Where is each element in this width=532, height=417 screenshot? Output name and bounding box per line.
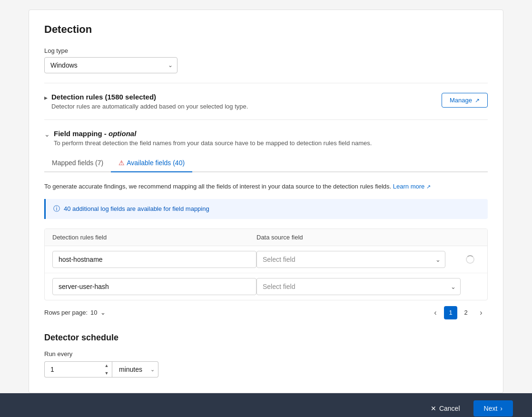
detector-schedule-title: Detector schedule [44, 333, 488, 343]
detection-rules-section: ▸ Detection rules (1580 selected) Detect… [44, 93, 488, 110]
detection-field-cell [52, 251, 256, 268]
detection-rules-subtitle: Detector rules are automatically added b… [51, 103, 248, 110]
field-mapping-info-text: To generate accurate findings, we recomm… [44, 182, 488, 191]
detection-field-input-1[interactable] [52, 251, 256, 268]
pagination-controls: ‹ 1 2 › [429, 306, 488, 319]
spinner-down[interactable]: ▼ [101, 369, 112, 377]
pagination-page-2[interactable]: 2 [459, 306, 473, 319]
learn-more-link[interactable]: Learn more ↗ [393, 183, 431, 190]
divider-2 [44, 119, 488, 120]
mapping-table: Detection rules field Data source field … [44, 228, 488, 300]
data-source-select-input-1[interactable]: Select field [256, 251, 445, 268]
external-link-icon: ↗ [475, 97, 480, 104]
detection-rules-expand-icon[interactable]: ▸ [44, 94, 48, 101]
data-source-cell-2: Select field ⌄ [256, 278, 461, 295]
actions-header [461, 234, 480, 241]
page-title: Detection [44, 23, 488, 36]
rows-per-page-chevron: ⌄ [100, 309, 106, 316]
mapping-header-row: Detection rules field Data source field [45, 229, 487, 246]
field-mapping-subtitle: To perform threat detection the field na… [54, 139, 488, 147]
pagination-row: Rows per page: 10 ⌄ ‹ 1 2 › [44, 306, 488, 319]
rows-per-page[interactable]: Rows per page: 10 ⌄ [44, 309, 106, 316]
field-mapping-title: Field mapping - optional [54, 129, 488, 138]
run-every-input[interactable] [44, 361, 101, 377]
field-mapping-expand-icon[interactable]: ⌄ [44, 130, 50, 138]
detection-rules-title: Detection rules (1580 selected) [51, 93, 248, 101]
divider-1 [44, 83, 488, 83]
pagination-page-1[interactable]: 1 [444, 306, 457, 319]
tabs-row: Mapped fields (7) ⚠Available fields (40) [44, 154, 488, 172]
detection-field-cell-2 [52, 278, 256, 295]
warning-icon: ⚠ [118, 159, 125, 167]
next-chevron-icon: › [500, 405, 502, 412]
log-type-select-wrapper: Windows ⌄ [44, 57, 177, 73]
field-mapping-section: ⌄ Field mapping - optional To perform th… [44, 129, 488, 319]
pagination-prev[interactable]: ‹ [429, 306, 442, 319]
unit-select-wrapper: minutes hours days ⌄ [112, 361, 158, 377]
log-type-label: Log type [44, 47, 488, 54]
unit-select[interactable]: minutes hours days [112, 361, 158, 377]
run-every-number-wrapper: ▲ ▼ [44, 361, 112, 377]
log-type-select[interactable]: Windows [44, 57, 177, 73]
external-link-icon-2: ↗ [426, 184, 431, 189]
data-source-select-input-2[interactable]: Select field [256, 278, 461, 295]
detection-rules-field-header: Detection rules field [52, 234, 256, 241]
run-every-row: ▲ ▼ minutes hours days ⌄ [44, 361, 488, 377]
tab-mapped[interactable]: Mapped fields (7) [44, 154, 111, 172]
table-row: Select field ⌄ [45, 273, 487, 300]
data-source-cell-1: Select field ⌄ [256, 251, 461, 268]
cancel-button[interactable]: ✕ Cancel [425, 401, 466, 416]
data-source-select-2: Select field ⌄ [256, 278, 461, 295]
bottom-bar: ✕ Cancel Next › [0, 393, 532, 417]
data-source-field-header: Data source field [256, 234, 461, 241]
next-button[interactable]: Next › [473, 400, 513, 417]
tab-available[interactable]: ⚠Available fields (40) [111, 154, 192, 172]
pagination-next[interactable]: › [474, 306, 488, 319]
spinner-cell-1 [461, 255, 480, 264]
number-spinners: ▲ ▼ [101, 361, 112, 377]
cancel-x-icon: ✕ [431, 405, 436, 412]
spinner-up[interactable]: ▲ [101, 362, 112, 369]
detection-field-input-2[interactable] [52, 278, 256, 295]
info-banner: ⓘ 40 additional log fields are available… [44, 199, 488, 219]
run-every-label: Run every [44, 350, 488, 357]
data-source-select-1: Select field ⌄ [256, 251, 445, 268]
info-circle-icon: ⓘ [53, 205, 60, 213]
table-row: Select field ⌄ [45, 246, 487, 273]
detector-schedule-section: Detector schedule Run every ▲ ▼ minutes … [44, 333, 488, 377]
loading-spinner-1 [466, 255, 474, 264]
manage-button[interactable]: Manage ↗ [442, 93, 488, 108]
